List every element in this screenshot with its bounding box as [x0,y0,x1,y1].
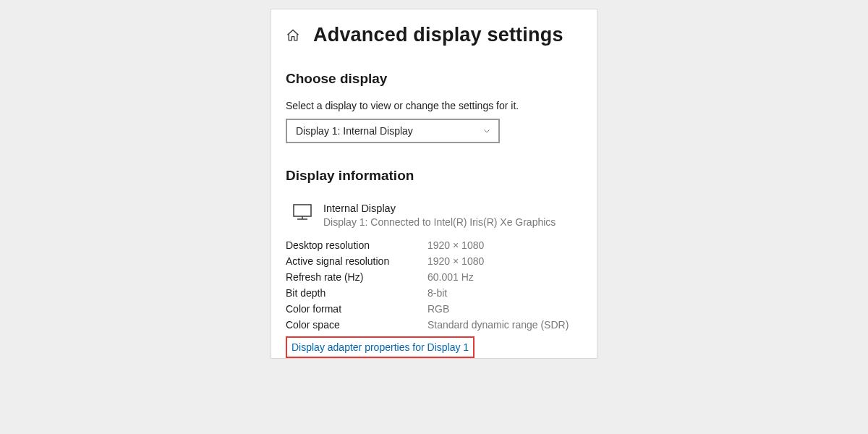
home-icon[interactable] [286,28,300,43]
display-information-heading: Display information [286,168,582,184]
display-identity-text: Internal Display Display 1: Connected to… [323,203,556,228]
chevron-down-icon [482,127,491,135]
info-value: 8-bit [427,287,447,299]
display-select[interactable]: Display 1: Internal Display [286,119,500,143]
display-name: Internal Display [323,203,556,214]
info-row: Active signal resolution 1920 × 1080 [286,255,582,267]
info-row: Bit depth 8-bit [286,287,582,299]
info-label: Bit depth [286,287,427,299]
info-label: Color space [286,319,427,331]
info-label: Color format [286,303,427,315]
info-value: 60.001 Hz [427,271,474,283]
info-value: Standard dynamic range (SDR) [427,319,569,331]
monitor-icon [293,203,312,220]
info-value: RGB [427,303,449,315]
display-adapter-properties-link[interactable]: Display adapter properties for Display 1 [292,341,469,353]
info-row: Desktop resolution 1920 × 1080 [286,239,582,251]
info-value: 1920 × 1080 [427,255,484,267]
info-row: Color format RGB [286,303,582,315]
choose-display-description: Select a display to view or change the s… [286,100,582,111]
svg-rect-0 [294,205,311,216]
info-label: Desktop resolution [286,239,427,251]
display-identity-block: Internal Display Display 1: Connected to… [286,203,582,228]
page-title: Advanced display settings [313,24,563,46]
display-select-value: Display 1: Internal Display [296,125,413,137]
choose-display-heading: Choose display [286,71,582,87]
header-row: Advanced display settings [286,24,582,46]
settings-panel: Advanced display settings Choose display… [271,9,597,359]
info-row: Color space Standard dynamic range (SDR) [286,319,582,331]
info-row: Refresh rate (Hz) 60.001 Hz [286,271,582,283]
info-label: Active signal resolution [286,255,427,267]
info-value: 1920 × 1080 [427,239,484,251]
info-label: Refresh rate (Hz) [286,271,427,283]
adapter-link-highlight: Display adapter properties for Display 1 [286,336,475,358]
display-connection-text: Display 1: Connected to Intel(R) Iris(R)… [323,216,556,228]
